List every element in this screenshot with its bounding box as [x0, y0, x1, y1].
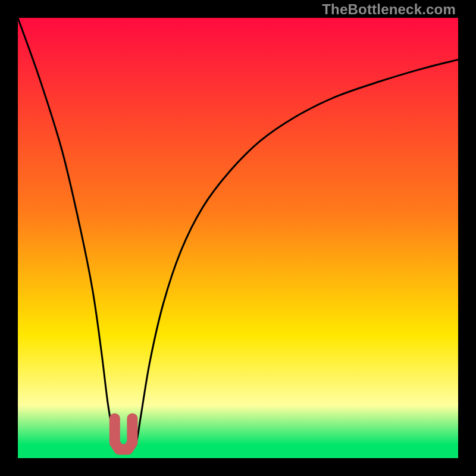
watermark-text: TheBottleneck.com [322, 1, 456, 18]
chart-frame: TheBottleneck.com [0, 0, 476, 476]
gradient-background [18, 18, 458, 458]
plot-area [18, 18, 458, 458]
chart-svg [18, 18, 458, 458]
